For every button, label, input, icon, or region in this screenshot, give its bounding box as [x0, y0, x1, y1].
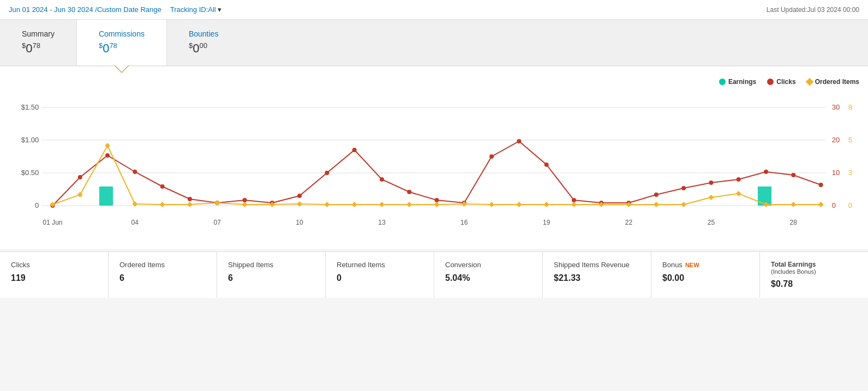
- svg-point-39: [352, 148, 357, 152]
- svg-marker-71: [434, 202, 440, 207]
- stat-bonus-value: $0.00: [662, 273, 749, 283]
- tab-commissions[interactable]: Commissions $078: [76, 20, 167, 65]
- stat-returned-value: 0: [337, 273, 423, 283]
- stat-ordered-label: Ordered Items: [119, 261, 206, 269]
- total-earnings-label-text: Total Earnings: [771, 261, 857, 268]
- svg-point-33: [188, 197, 192, 201]
- svg-marker-82: [736, 191, 741, 196]
- svg-point-55: [791, 173, 795, 177]
- svg-text:8: 8: [848, 103, 852, 111]
- stat-conversion: Conversion 5.04%: [434, 252, 543, 298]
- tab-summary-label: Summary: [22, 29, 55, 38]
- stat-shipped-revenue: Shipped Items Revenue $21.33: [543, 252, 651, 298]
- stat-total-value: $0.78: [771, 279, 857, 289]
- svg-marker-64: [242, 202, 247, 207]
- stat-clicks-value: 119: [11, 273, 97, 283]
- svg-text:25: 25: [708, 219, 715, 226]
- stat-shipped-label: Shipped Items: [228, 261, 314, 269]
- stat-bonus: Bonus NEW $0.00: [651, 252, 760, 298]
- svg-text:28: 28: [790, 219, 798, 226]
- tab-commissions-label: Commissions: [99, 29, 145, 38]
- legend-clicks-label: Clicks: [776, 78, 795, 86]
- bonus-text: Bonus: [662, 261, 683, 269]
- new-badge: NEW: [685, 262, 699, 268]
- svg-text:10: 10: [832, 169, 840, 177]
- stat-ordered-items: Ordered Items 6: [109, 252, 217, 298]
- svg-text:3: 3: [848, 169, 852, 177]
- tab-summary[interactable]: Summary $078: [0, 20, 76, 65]
- svg-marker-75: [544, 202, 549, 207]
- svg-marker-63: [214, 200, 220, 206]
- stat-returned-label: Returned Items: [337, 261, 423, 269]
- svg-point-56: [819, 183, 823, 187]
- tab-bounties[interactable]: Bounties $000: [167, 20, 240, 65]
- top-bar: Jun 01 2024 - Jun 30 2024 /Custom Date R…: [0, 0, 868, 20]
- last-updated: Last Updated:Jul 03 2024 00:00: [767, 6, 859, 14]
- stat-clicks-label: Clicks: [11, 261, 97, 269]
- tab-bounties-amount: $000: [189, 41, 218, 56]
- svg-marker-69: [379, 202, 385, 207]
- stat-ordered-value: 6: [119, 273, 206, 283]
- svg-point-41: [407, 190, 411, 194]
- svg-marker-70: [406, 202, 412, 207]
- ordered-dot: [806, 78, 813, 86]
- svg-marker-61: [160, 202, 165, 207]
- legend-earnings: Earnings: [719, 78, 756, 86]
- svg-marker-68: [352, 202, 357, 207]
- top-bar-left: Jun 01 2024 - Jun 30 2024 /Custom Date R…: [9, 5, 222, 14]
- svg-point-46: [544, 163, 549, 167]
- stat-conversion-label: Conversion: [445, 261, 531, 269]
- svg-text:$0.50: $0.50: [21, 169, 39, 177]
- svg-text:22: 22: [625, 219, 633, 226]
- tracking-label: Tracking ID:: [170, 5, 208, 14]
- tracking-id[interactable]: Tracking ID:All ▾: [170, 5, 222, 14]
- legend-earnings-label: Earnings: [728, 78, 756, 86]
- svg-text:30: 30: [832, 103, 840, 111]
- svg-marker-67: [324, 202, 330, 207]
- stat-total-earnings: Total Earnings (Includes Bonus) $0.78: [760, 252, 868, 298]
- earnings-dot: [719, 79, 726, 85]
- svg-text:04: 04: [131, 219, 139, 226]
- svg-marker-76: [571, 202, 577, 207]
- stat-bonus-label: Bonus NEW: [662, 261, 749, 269]
- svg-point-54: [764, 170, 768, 174]
- last-updated-value: Jul 03 2024 00:00: [807, 6, 859, 14]
- svg-text:07: 07: [213, 219, 221, 226]
- date-range-link[interactable]: Custom Date Range: [97, 5, 161, 14]
- svg-text:$1.50: $1.50: [21, 103, 39, 111]
- tracking-value: All: [208, 5, 215, 14]
- svg-marker-73: [489, 202, 494, 207]
- chart-section: Earnings Clicks Ordered Items $1.50 $1.0…: [0, 67, 868, 249]
- svg-text:01 Jun: 01 Jun: [43, 219, 62, 226]
- svg-point-32: [160, 184, 165, 189]
- legend-ordered: Ordered Items: [807, 78, 859, 86]
- svg-marker-84: [791, 202, 796, 207]
- svg-marker-80: [681, 202, 686, 207]
- svg-point-38: [325, 171, 329, 175]
- svg-text:0: 0: [35, 201, 39, 209]
- date-range-text: Jun 01 2024 - Jun 30 2024 /: [9, 5, 97, 14]
- svg-point-51: [681, 186, 686, 190]
- svg-rect-27: [758, 187, 771, 206]
- svg-text:0: 0: [832, 201, 836, 209]
- legend-ordered-label: Ordered Items: [815, 78, 859, 86]
- svg-text:10: 10: [296, 219, 303, 226]
- last-updated-label: Last Updated:: [767, 6, 807, 14]
- chart-legend: Earnings Clicks Ordered Items: [9, 78, 859, 86]
- chart-svg: $1.50 $1.00 $0.50 0 30 20 10 0 8 5 3 0 0…: [9, 91, 859, 244]
- svg-marker-81: [708, 195, 714, 200]
- tabs-area: Summary $078 Commissions $078 Bounties $…: [0, 20, 868, 66]
- svg-text:13: 13: [378, 219, 386, 226]
- stat-returned-items: Returned Items 0: [326, 252, 434, 298]
- svg-point-29: [78, 175, 82, 179]
- svg-point-31: [133, 170, 137, 174]
- stat-shipped-revenue-label: Shipped Items Revenue: [554, 261, 640, 269]
- tab-commissions-amount: $078: [99, 41, 145, 56]
- svg-marker-85: [818, 202, 824, 207]
- stat-shipped-items: Shipped Items 6: [217, 252, 326, 298]
- stat-shipped-revenue-value: $21.33: [554, 273, 640, 283]
- svg-point-47: [572, 198, 576, 202]
- total-earnings-sub-text: (Includes Bonus): [771, 268, 857, 275]
- svg-point-42: [435, 198, 439, 202]
- stat-conversion-value: 5.04%: [445, 273, 531, 283]
